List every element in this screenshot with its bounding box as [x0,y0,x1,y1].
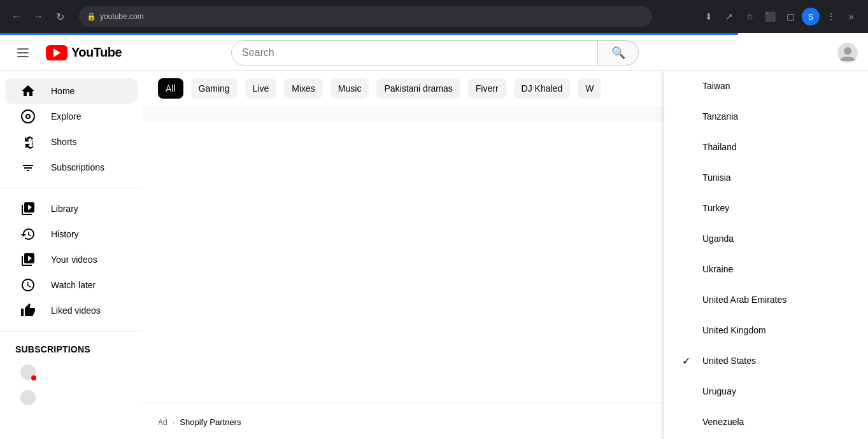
chip-w[interactable]: W [578,78,601,99]
chip-all[interactable]: All [158,78,183,99]
url-text: youtube.com [100,12,144,21]
country-label: Tanzania [702,111,738,122]
menu-icon[interactable]: ⋮ [822,8,840,25]
country-item-ukraine[interactable]: Ukraine [664,254,868,284]
sidebar-item-liked-videos[interactable]: Liked videos [5,298,138,323]
history-icon [20,226,36,242]
ad-label: Ad [158,418,167,427]
sidebar-item-label: Shorts [51,137,76,147]
hamburger-line-2 [17,52,29,53]
sidebar-item-library[interactable]: Library [5,196,138,221]
chip-live[interactable]: Live [245,78,277,99]
yt-header: YouTube 🔍 [0,35,868,71]
chip-gaming[interactable]: Gaming [191,78,238,99]
subscriptions-section-title: SUBSCRIPTIONS [0,339,143,359]
browser-chrome: ← → ↻ 🔒 youtube.com ⬇ ↗ ☆ ⬛ ▢ S ⋮ » [0,0,868,33]
country-item-thailand[interactable]: Thailand [664,132,868,162]
chip-music[interactable]: Music [331,78,369,99]
sidebar-item-label: Home [51,86,75,96]
ad-title: Shopify Partners [180,417,241,427]
browser-actions: ⬇ ↗ ☆ ⬛ ▢ S ⋮ » [700,8,860,25]
country-item-tunisia[interactable]: Tunisia [664,162,868,193]
svg-point-5 [20,390,36,405]
sidebar: Home Explore Shorts Subscriptions [0,71,143,439]
search-input[interactable] [242,47,587,59]
watch-later-icon [20,277,36,293]
country-label: Thailand [702,142,737,152]
yt-logo-text: YouTube [71,45,122,60]
svg-point-1 [844,47,851,55]
country-item-uruguay[interactable]: Uruguay [664,376,868,407]
home-icon [20,83,36,99]
country-label: Uganda [702,233,734,244]
sidebar-item-history[interactable]: History [5,221,138,247]
yt-main: Home Explore Shorts Subscriptions [0,71,868,439]
address-bar[interactable]: 🔒 youtube.com [79,6,652,27]
country-label: Tunisia [702,172,731,183]
liked-videos-icon [20,303,36,318]
search-container: 🔍 [231,40,639,66]
window-icon[interactable]: ▢ [781,8,799,25]
subscription-avatar-2 [20,390,36,405]
sidebar-item-subscriptions[interactable]: Subscriptions [5,155,138,180]
extensions-icon[interactable]: ⬛ [761,8,779,25]
country-label: Uruguay [702,386,736,396]
library-icon [20,201,36,216]
chip-mixes[interactable]: Mixes [284,78,323,99]
country-item-uk[interactable]: United Kingdom [664,315,868,345]
sidebar-item-home[interactable]: Home [5,78,138,104]
bookmark-icon[interactable]: ☆ [741,8,758,25]
forward-button[interactable]: → [29,8,47,25]
country-item-tanzania[interactable]: Tanzania [664,101,868,132]
hamburger-line-3 [17,56,29,57]
sidebar-item-label: Liked videos [51,305,101,316]
svg-point-2 [22,110,34,123]
sidebar-item-label: Watch later [51,280,96,290]
sidebar-item-label: Your videos [51,254,97,265]
sidebar-item-shorts[interactable]: Shorts [5,129,138,155]
live-indicator-1 [31,375,36,380]
chip-dj-khaled[interactable]: DJ Khaled [514,78,571,99]
sidebar-item-explore[interactable]: Explore [5,104,138,129]
country-item-uae[interactable]: United Arab Emirates [664,284,868,315]
sidebar-item-your-videos[interactable]: Your videos [5,247,138,272]
menu-button[interactable] [10,40,36,66]
sidebar-divider-2 [0,331,143,331]
download-icon[interactable]: ⬇ [700,8,718,25]
country-label: Ukraine [702,264,733,274]
yt-logo[interactable]: YouTube [46,45,122,60]
country-item-venezuela[interactable]: Venezuela [664,407,868,437]
share-icon[interactable]: ↗ [720,8,738,25]
subscription-item-2[interactable] [5,385,138,410]
country-item-uganda[interactable]: Uganda [664,223,868,254]
ad-separator: · [173,417,175,427]
country-item-taiwan[interactable]: Taiwan [664,71,868,101]
country-label: United States [702,356,756,366]
country-item-us[interactable]: ✓ United States [664,345,868,376]
chevron-right-icon[interactable]: » [843,8,860,25]
search-button[interactable]: 🔍 [598,40,639,66]
user-avatar[interactable] [837,43,858,63]
country-label: Turkey [702,203,729,213]
search-box[interactable] [231,40,598,66]
svg-point-3 [26,115,30,118]
sidebar-item-watch-later[interactable]: Watch later [5,272,138,298]
sidebar-item-label: Library [51,204,78,214]
check-icon: ✓ [679,354,692,367]
country-item-turkey[interactable]: Turkey [664,193,868,223]
header-right [837,43,858,63]
country-label: Taiwan [702,81,730,91]
country-label: United Arab Emirates [702,295,786,305]
country-label: Venezuela [702,417,744,427]
browser-profile-avatar[interactable]: S [802,8,820,25]
chip-fiverr[interactable]: Fiverr [468,78,506,99]
yt-content: All Gaming Live Mixes Music Pakistani dr… [143,71,868,439]
lock-icon: 🔒 [87,12,96,21]
chip-pakistani-dramas[interactable]: Pakistani dramas [376,78,460,99]
browser-nav-buttons: ← → ↻ [8,8,69,25]
reload-button[interactable]: ↻ [51,8,69,25]
back-button[interactable]: ← [8,8,25,25]
subscription-item-1[interactable] [5,359,138,385]
youtube-app: YouTube 🔍 Home [0,35,868,439]
sidebar-item-label: Subscriptions [51,162,104,172]
